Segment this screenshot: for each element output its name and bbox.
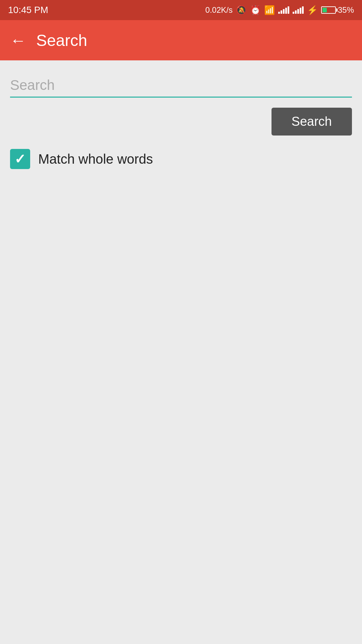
mute-icon: 🔕 [236,5,247,15]
search-button-row: Search [10,108,352,136]
match-whole-words-row: ✓ Match whole words [10,149,352,169]
search-input-container [10,74,352,98]
charging-icon: ⚡ [307,5,318,15]
match-whole-words-checkbox[interactable]: ✓ [10,149,30,169]
page-title: Search [36,31,87,50]
battery-fill [322,8,327,12]
match-whole-words-label: Match whole words [38,152,153,167]
back-button[interactable]: ← [10,31,26,50]
status-icons: 0.02K/s 🔕 ⏰ 📶 ⚡ 35% [205,5,354,15]
wifi-icon: 📶 [264,5,275,15]
checkmark-icon: ✓ [14,152,26,166]
status-bar: 10:45 PM 0.02K/s 🔕 ⏰ 📶 ⚡ [0,0,362,20]
app-bar: ← Search [0,20,362,60]
battery-icon [321,6,336,14]
alarm-icon: ⏰ [250,5,261,15]
search-input[interactable] [10,74,352,98]
signal-bars-1 [278,6,289,14]
battery-container: 35% [321,5,354,15]
network-speed: 0.02K/s [205,5,233,15]
main-content: Search ✓ Match whole words [0,60,362,179]
battery-percent: 35% [338,5,354,15]
search-button[interactable]: Search [272,108,352,136]
signal-bars-2 [293,6,304,14]
status-time: 10:45 PM [8,5,48,15]
